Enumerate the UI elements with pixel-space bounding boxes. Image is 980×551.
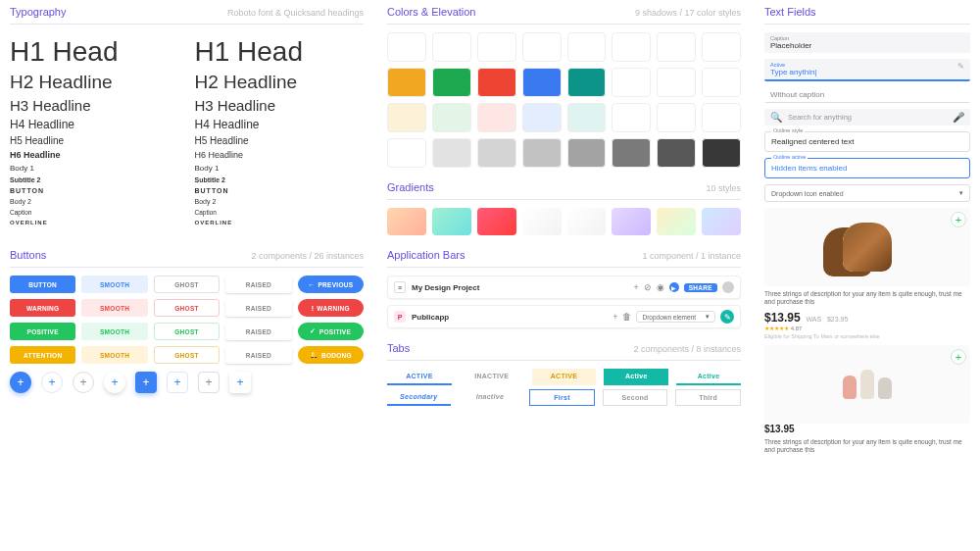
attention-button-pill[interactable]: 🔔BODONG	[298, 346, 364, 364]
tab-teal-underline[interactable]: Active	[676, 369, 741, 385]
fab-square-1[interactable]: +	[167, 372, 188, 393]
tab-inactive-1[interactable]: INACTIVE	[460, 369, 524, 385]
color-swatch[interactable]	[702, 32, 741, 62]
color-swatch[interactable]	[612, 68, 651, 97]
play-icon[interactable]: ▶	[669, 282, 679, 292]
color-swatch[interactable]	[657, 138, 696, 168]
pencil-icon[interactable]: ✎	[957, 62, 964, 71]
color-swatch[interactable]	[477, 138, 516, 168]
color-swatch[interactable]	[612, 32, 651, 62]
color-swatch[interactable]	[522, 68, 562, 97]
warning-button-pill[interactable]: !WARNING	[298, 299, 364, 317]
add-fab-2[interactable]: +	[951, 349, 966, 365]
tab-third[interactable]: Third	[675, 389, 741, 406]
plus-icon[interactable]: +	[633, 282, 638, 292]
appbar-1-menu-icon[interactable]: ≡	[394, 281, 406, 293]
color-swatch[interactable]	[702, 138, 741, 168]
color-swatch[interactable]	[387, 68, 426, 97]
attention-button-raised[interactable]: RAISED	[225, 346, 291, 364]
trash-icon[interactable]: 🗑	[622, 312, 631, 322]
button-smooth[interactable]: SMOOTH	[81, 276, 147, 293]
color-swatch[interactable]	[657, 103, 696, 132]
fab-solid-1[interactable]: +	[10, 372, 31, 393]
fab-square-raised[interactable]: +	[229, 372, 251, 393]
color-swatch[interactable]	[432, 138, 471, 168]
tab-secondary[interactable]: Secondary	[387, 389, 451, 406]
attention-button-smooth[interactable]: SMOOTH	[81, 346, 147, 364]
mic-icon[interactable]: 🎤	[953, 112, 964, 123]
color-swatch[interactable]	[567, 103, 607, 132]
gradient-swatch[interactable]	[567, 208, 607, 235]
textfield-outline-active[interactable]: Outline active Hidden items enabled	[764, 158, 970, 178]
warning-button-solid[interactable]: WARNING	[10, 299, 75, 317]
color-swatch[interactable]	[387, 32, 426, 62]
gradient-swatch[interactable]	[657, 208, 696, 235]
tab-active-1[interactable]: ACTIVE	[387, 369, 452, 385]
button-raised[interactable]: RAISED	[225, 276, 291, 293]
gradient-swatch[interactable]	[522, 208, 562, 235]
tab-inactive-2[interactable]: Inactive	[459, 389, 522, 406]
color-swatch[interactable]	[432, 68, 471, 97]
warning-button-raised[interactable]: RAISED	[225, 299, 291, 317]
positive-button-smooth[interactable]: SMOOTH	[81, 323, 147, 340]
tab-teal[interactable]: Active	[604, 369, 668, 385]
edit-fab[interactable]: ✎	[720, 310, 734, 324]
positive-button-pill[interactable]: ✓POSITIVE	[298, 323, 364, 340]
warning-button-smooth[interactable]: SMOOTH	[81, 299, 147, 317]
gradient-swatch[interactable]	[477, 208, 516, 235]
gradient-swatch[interactable]	[612, 208, 651, 235]
positive-button-raised[interactable]: RAISED	[225, 323, 291, 340]
color-swatch[interactable]	[567, 68, 607, 97]
button-solid[interactable]: BUTTON	[10, 276, 75, 293]
color-swatch[interactable]	[612, 103, 651, 132]
attention-button-ghost[interactable]: GHOST	[154, 346, 220, 364]
positive-button-ghost[interactable]: GHOST	[154, 323, 220, 340]
button-ghost[interactable]: GHOST	[154, 276, 220, 293]
color-swatch[interactable]	[477, 68, 516, 97]
textfield-plain[interactable]: Without caption	[764, 87, 970, 103]
tab-second[interactable]: Second	[603, 389, 668, 406]
color-swatch[interactable]	[477, 103, 516, 132]
appbar-dropdown[interactable]: Dropdown element▾	[636, 311, 715, 323]
textfield-search[interactable]: 🔍 Search for anything 🎤	[764, 109, 970, 125]
warning-button-ghost[interactable]: GHOST	[154, 299, 220, 317]
color-swatch[interactable]	[702, 68, 741, 97]
positive-button-solid[interactable]: POSITIVE	[10, 323, 75, 340]
color-swatch[interactable]	[567, 138, 607, 168]
tab-amber[interactable]: ACTIVE	[532, 369, 597, 385]
share-button[interactable]: SHARE	[684, 283, 717, 292]
fab-outline-1[interactable]: +	[41, 372, 63, 393]
tab-first[interactable]: First	[529, 389, 595, 406]
color-swatch[interactable]	[522, 32, 562, 62]
color-swatch[interactable]	[432, 103, 471, 132]
color-swatch[interactable]	[387, 138, 426, 168]
color-swatch[interactable]	[522, 103, 562, 132]
color-swatch[interactable]	[522, 138, 562, 168]
eye-icon[interactable]: ◉	[657, 282, 664, 292]
dropdown-field[interactable]: Dropdown icon enabled ▾	[764, 184, 970, 202]
textfield-outline[interactable]: Outline style Realigned centered text	[764, 131, 970, 152]
color-swatch[interactable]	[387, 103, 426, 132]
block-icon[interactable]: ⊘	[644, 282, 652, 292]
color-swatch[interactable]	[477, 32, 516, 62]
color-swatch[interactable]	[657, 68, 696, 97]
color-swatch[interactable]	[567, 32, 607, 62]
gradient-swatch[interactable]	[387, 208, 426, 235]
add-fab-1[interactable]: +	[951, 212, 966, 227]
color-swatch[interactable]	[702, 103, 741, 132]
textfield-caption[interactable]: Caption Placeholder	[764, 32, 970, 53]
avatar[interactable]	[722, 281, 734, 293]
attention-button-solid[interactable]: ATTENTION	[10, 346, 75, 364]
color-swatch[interactable]	[657, 32, 696, 62]
textfield-active[interactable]: ✎ Active Type anythin|	[764, 59, 970, 81]
plus-icon-2[interactable]: +	[612, 312, 617, 322]
fab-outline-2[interactable]: +	[73, 372, 94, 393]
fab-square-2[interactable]: +	[198, 372, 220, 393]
button-previous[interactable]: ←PREVIOUS	[298, 276, 364, 293]
color-swatch[interactable]	[432, 32, 471, 62]
color-swatch[interactable]	[612, 138, 651, 168]
fab-raised[interactable]: +	[104, 372, 125, 393]
gradient-swatch[interactable]	[432, 208, 471, 235]
fab-square-solid[interactable]: +	[135, 372, 157, 393]
gradient-swatch[interactable]	[702, 208, 741, 235]
